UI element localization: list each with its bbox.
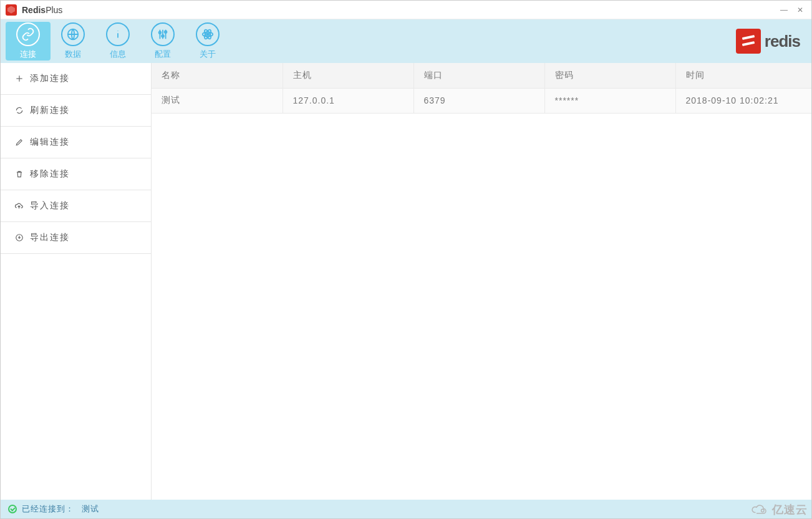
window-controls: — ✕: [778, 4, 806, 16]
table-header-row: 名称 主机 端口 密码 时间: [152, 63, 811, 88]
plus-icon: [14, 74, 24, 84]
watermark: 亿速云: [751, 502, 808, 517]
cell-port: 6379: [413, 88, 544, 113]
sidebar-item-label: 移除连接: [30, 168, 70, 180]
cell-password: ******: [544, 88, 675, 113]
sidebar: 添加连接 刷新连接 编辑连接 移除连接 导入连接: [1, 63, 152, 500]
connections-table: 名称 主机 端口 密码 时间 测试 127.0.0.1 6379 ****** …: [152, 63, 811, 114]
tab-label: 配置: [155, 49, 171, 60]
app-title-b: Plus: [46, 5, 62, 15]
tab-label: 关于: [200, 49, 216, 60]
svg-point-16: [761, 509, 765, 512]
brand-logo: redis: [736, 29, 800, 54]
tab-about[interactable]: 关于: [185, 22, 230, 61]
sidebar-item-export[interactable]: 导出连接: [1, 222, 151, 254]
cloud-icon: [751, 503, 770, 517]
app-title: RedisPlus: [22, 5, 62, 15]
check-circle-icon: [8, 505, 17, 513]
tab-info[interactable]: 信息: [95, 22, 140, 61]
atom-icon: [196, 22, 220, 46]
titlebar: RedisPlus — ✕: [1, 1, 811, 19]
col-header-name[interactable]: 名称: [152, 63, 283, 88]
tab-connection[interactable]: 连接: [6, 22, 51, 61]
watermark-text: 亿速云: [772, 502, 808, 517]
download-icon: [14, 233, 24, 243]
info-icon: [106, 22, 130, 46]
app-title-a: Redis: [22, 5, 46, 15]
col-header-time[interactable]: 时间: [675, 63, 811, 88]
tab-config[interactable]: 配置: [140, 22, 185, 61]
cell-host: 127.0.0.1: [283, 88, 413, 113]
sidebar-item-edit[interactable]: 编辑连接: [1, 127, 151, 158]
trash-icon: [14, 170, 24, 179]
sidebar-item-import[interactable]: 导入连接: [1, 190, 151, 222]
tab-data[interactable]: 数据: [51, 22, 95, 61]
close-button[interactable]: ✕: [794, 4, 806, 16]
sliders-icon: [151, 22, 175, 46]
sidebar-item-add[interactable]: 添加连接: [1, 63, 151, 95]
pencil-icon: [14, 138, 24, 147]
table-area: 名称 主机 端口 密码 时间 测试 127.0.0.1 6379 ****** …: [152, 63, 811, 500]
brand-text: redis: [765, 32, 800, 51]
sidebar-item-refresh[interactable]: 刷新连接: [1, 95, 151, 127]
sidebar-item-label: 刷新连接: [30, 105, 70, 116]
sidebar-item-label: 导出连接: [30, 232, 70, 243]
cell-time: 2018-09-10 10:02:21: [675, 88, 811, 113]
redis-cube-icon: [736, 29, 761, 54]
globe-icon: [61, 22, 85, 46]
link-icon: [16, 22, 40, 46]
col-header-port[interactable]: 端口: [413, 63, 544, 88]
col-header-host[interactable]: 主机: [283, 63, 413, 88]
minimize-button[interactable]: —: [778, 4, 790, 16]
sidebar-item-label: 编辑连接: [30, 137, 70, 148]
cell-name: 测试: [152, 88, 283, 113]
app-icon: [6, 4, 17, 16]
tab-label: 数据: [65, 49, 81, 60]
sidebar-item-label: 添加连接: [30, 73, 70, 84]
tab-label: 信息: [110, 49, 126, 60]
toolbar: 连接 数据 信息 配置 关于 redis: [1, 19, 811, 63]
sidebar-item-remove[interactable]: 移除连接: [1, 158, 151, 190]
table-row[interactable]: 测试 127.0.0.1 6379 ****** 2018-09-10 10:0…: [152, 88, 811, 113]
svg-point-9: [206, 33, 209, 36]
refresh-icon: [14, 106, 24, 115]
sidebar-item-label: 导入连接: [30, 200, 70, 211]
body: 添加连接 刷新连接 编辑连接 移除连接 导入连接: [1, 63, 811, 500]
cloud-upload-icon: [14, 201, 24, 211]
status-label: 已经连接到：: [22, 503, 74, 515]
col-header-password[interactable]: 密码: [544, 63, 675, 88]
tab-label: 连接: [20, 49, 36, 60]
statusbar: 已经连接到： 测试: [1, 500, 811, 518]
status-connection-name: 测试: [82, 503, 99, 515]
